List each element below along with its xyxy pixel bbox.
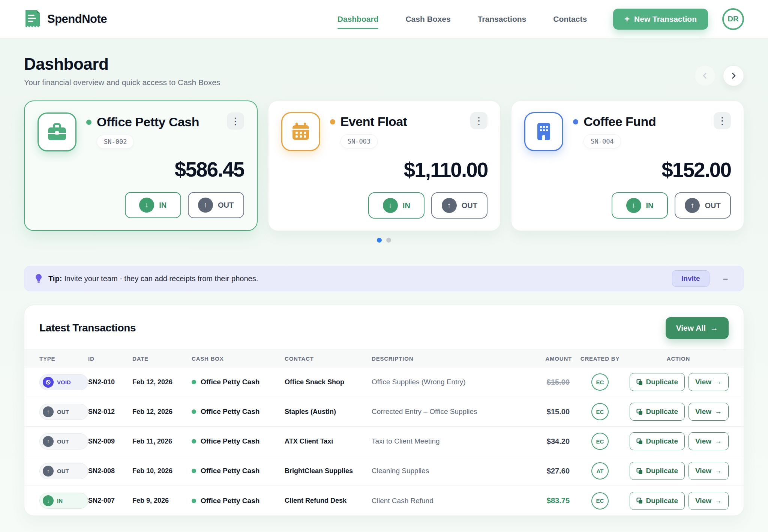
cashbox-code-badge: SN-004 — [584, 134, 621, 148]
status-dot — [330, 119, 335, 124]
type-badge-out: ↑ OUT — [39, 433, 88, 450]
cash-out-button[interactable]: ↑ OUT — [431, 192, 488, 219]
card-menu-button[interactable]: ⋮ — [470, 112, 488, 129]
cashbox-dot — [192, 439, 196, 444]
creator-avatar: AT — [591, 462, 609, 480]
view-button[interactable]: View → — [688, 492, 729, 510]
arrow-down-icon: ↓ — [626, 198, 641, 213]
cashbox-name: Office Petty Cash — [97, 115, 199, 129]
arrow-down-icon: ↓ — [43, 495, 54, 506]
brand-name: SpendNote — [47, 12, 107, 26]
arrow-right-icon: → — [710, 324, 718, 333]
arrow-down-icon: ↓ — [139, 198, 154, 213]
cash-in-button[interactable]: ↓ IN — [368, 192, 424, 219]
arrow-up-icon: ↑ — [43, 466, 54, 477]
new-transaction-button[interactable]: + New Transaction — [613, 9, 708, 30]
cashbox-card-office-petty-cash[interactable]: Office Petty Cash SN-002 ⋮ $586.45 ↓ IN … — [24, 100, 258, 231]
app-header: SpendNote Dashboard Cash Boxes Transacti… — [0, 0, 768, 38]
view-button[interactable]: View → — [688, 373, 729, 391]
user-avatar[interactable]: DR — [722, 8, 744, 30]
table-row: ↓ IN SN2-007 Feb 9, 2026 Office Petty Ca… — [24, 486, 744, 516]
cashbox-card-event-float[interactable]: Event Float SN-003 ⋮ $1,110.00 ↓ IN ↑ OU… — [268, 100, 501, 231]
section-title: Latest Transactions — [39, 322, 136, 334]
duplicate-button[interactable]: Duplicate — [630, 492, 685, 510]
duplicate-button[interactable]: Duplicate — [630, 373, 685, 391]
arrow-up-icon: ↑ — [198, 198, 213, 213]
page-title: Dashboard — [24, 55, 220, 73]
cash-out-button[interactable]: ↑ OUT — [675, 192, 731, 219]
card-menu-button[interactable]: ⋮ — [227, 112, 244, 130]
cash-out-button[interactable]: ↑ OUT — [188, 192, 244, 218]
cashbox-code-badge: SN-003 — [340, 134, 378, 148]
creator-avatar: EC — [591, 492, 609, 510]
cashbox-code-badge: SN-002 — [97, 135, 134, 149]
duplicate-button[interactable]: Duplicate — [630, 462, 685, 480]
view-button[interactable]: View → — [688, 462, 729, 480]
out-label: OUT — [218, 201, 234, 210]
chevron-left-icon — [701, 72, 709, 79]
cash-in-button[interactable]: ↓ IN — [125, 192, 181, 218]
carousel-dots — [24, 238, 744, 243]
in-label: IN — [646, 201, 654, 210]
view-button[interactable]: View → — [688, 432, 729, 450]
cash-in-button[interactable]: ↓ IN — [612, 192, 668, 219]
invite-button[interactable]: Invite — [672, 270, 710, 287]
cashbox-name: Event Float — [340, 114, 407, 129]
nav-cash-boxes[interactable]: Cash Boxes — [405, 11, 450, 27]
receipt-logo-icon — [24, 9, 41, 29]
carousel-next-button[interactable] — [723, 65, 744, 86]
arrow-right-icon: → — [715, 408, 722, 416]
tip-banner: Tip:Invite your team - they can add rece… — [24, 266, 744, 291]
status-dot — [573, 119, 578, 124]
nav-dashboard[interactable]: Dashboard — [338, 11, 379, 27]
duplicate-button[interactable]: Duplicate — [630, 403, 685, 421]
copy-icon — [636, 498, 643, 504]
tip-text: Tip:Invite your team - they can add rece… — [48, 274, 258, 283]
nav-contacts[interactable]: Contacts — [553, 11, 587, 27]
out-label: OUT — [462, 201, 477, 210]
view-all-button[interactable]: View All → — [666, 317, 729, 339]
cashbox-carousel: Office Petty Cash SN-002 ⋮ $586.45 ↓ IN … — [24, 100, 744, 231]
chevron-right-icon — [730, 72, 737, 79]
brand: SpendNote — [24, 9, 107, 29]
dashboard-main: Dashboard Your financial overview and qu… — [0, 55, 768, 516]
dismiss-tip-button[interactable]: – — [723, 273, 728, 284]
type-badge-out: ↑ OUT — [39, 463, 88, 479]
main-nav: Dashboard Cash Boxes Transactions Contac… — [338, 11, 587, 27]
page-subtitle: Your financial overview and quick access… — [24, 78, 220, 87]
cashbox-dot — [192, 380, 196, 384]
table-row: VOID SN2-010 Feb 12, 2026 Office Petty C… — [24, 367, 744, 397]
arrow-right-icon: → — [715, 378, 722, 386]
carousel-dot[interactable] — [386, 238, 391, 243]
status-dot — [86, 120, 92, 125]
arrow-right-icon: → — [715, 467, 722, 475]
plus-icon: + — [624, 14, 630, 24]
cashbox-dot — [192, 409, 196, 414]
in-label: IN — [159, 201, 166, 210]
cashbox-dot — [192, 499, 196, 503]
nav-transactions[interactable]: Transactions — [478, 11, 526, 27]
arrow-up-icon: ↑ — [43, 406, 54, 417]
view-button[interactable]: View → — [688, 403, 729, 421]
calendar-icon — [281, 112, 320, 151]
arrow-up-icon: ↑ — [685, 198, 700, 213]
table-row: ↑ OUT SN2-009 Feb 11, 2026 Office Petty … — [24, 427, 744, 456]
duplicate-button[interactable]: Duplicate — [630, 432, 685, 450]
briefcase-icon — [38, 112, 76, 151]
cashbox-balance: $1,110.00 — [404, 158, 488, 182]
copy-icon — [636, 468, 643, 474]
new-transaction-label: New Transaction — [634, 15, 697, 24]
out-label: OUT — [705, 201, 720, 210]
carousel-prev-button[interactable] — [694, 65, 716, 86]
creator-avatar: EC — [591, 403, 609, 420]
card-menu-button[interactable]: ⋮ — [714, 112, 731, 129]
table-row: ↑ OUT SN2-012 Feb 12, 2026 Office Petty … — [24, 397, 744, 427]
cashbox-card-coffee-fund[interactable]: Coffee Fund SN-004 ⋮ $152.00 ↓ IN ↑ OUT — [511, 100, 744, 231]
arrow-right-icon: → — [715, 437, 722, 445]
cashbox-name: Coffee Fund — [584, 114, 656, 129]
void-icon — [43, 377, 54, 388]
copy-icon — [636, 379, 643, 385]
arrow-right-icon: → — [715, 497, 722, 505]
carousel-dot[interactable] — [377, 238, 382, 243]
tip-prefix: Tip: — [48, 274, 62, 283]
